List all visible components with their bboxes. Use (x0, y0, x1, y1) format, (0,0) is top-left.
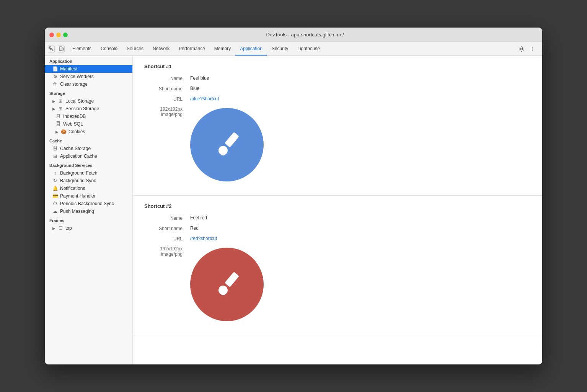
sidebar-item-web-sql[interactable]: 🗄 Web SQL (45, 120, 132, 128)
frames-section-header: Frames (45, 215, 132, 224)
tab-memory[interactable]: Memory (210, 42, 235, 56)
tab-lighthouse[interactable]: Lighthouse (293, 42, 324, 56)
payment-icon: 💳 (52, 193, 58, 199)
tab-elements[interactable]: Elements (68, 42, 96, 56)
shortcut-2-image-label: 192x192px image/png (144, 246, 190, 257)
cloud-icon: ☁ (52, 209, 58, 214)
sidebar-item-clear-storage[interactable]: 🗑 Clear storage (45, 80, 132, 88)
tab-spacer (324, 42, 515, 56)
tab-application[interactable]: Application (235, 42, 267, 56)
shortcut-1-icon-preview (190, 108, 264, 181)
db-icon: 🗄 (55, 121, 61, 127)
svg-rect-10 (225, 272, 239, 287)
arrow-icon: ▶ (52, 226, 55, 230)
sidebar-item-push-messaging[interactable]: ☁ Push Messaging (45, 207, 132, 215)
main-area: Application 📄 Manifest ⚙ Service Workers… (45, 56, 542, 364)
sidebar-item-indexeddb[interactable]: 🗄 IndexedDB (45, 113, 132, 120)
gear-icon: ⚙ (52, 74, 58, 79)
shortcut-1-shortname-label: Short name (144, 86, 190, 91)
tab-sources[interactable]: Sources (122, 42, 148, 56)
svg-rect-7 (225, 132, 239, 148)
shortcut-2-url-label: URL (144, 236, 190, 242)
arrow-icon: ▶ (52, 99, 55, 103)
shortcut-1-image-field: 192x192px image/png (144, 106, 531, 181)
svg-rect-12 (221, 289, 225, 295)
settings-icon[interactable] (518, 45, 525, 53)
window-title: DevTools - app-shortcuts.glitch.me/ (72, 32, 538, 38)
shortcut-2-image-wrapper (190, 246, 264, 321)
sidebar-item-background-fetch[interactable]: ↕ Background Fetch (45, 169, 132, 177)
tab-security[interactable]: Security (267, 42, 293, 56)
grid-icon: ⊞ (58, 98, 63, 104)
sidebar-item-manifest[interactable]: 📄 Manifest (45, 65, 132, 73)
top-tabs: Elements Console Sources Network Perform… (45, 42, 542, 56)
shortcut-1-image-wrapper (190, 106, 264, 181)
sidebar-item-periodic-bg-sync[interactable]: ⏱ Periodic Background Sync (45, 200, 132, 207)
tab-icons (48, 42, 65, 56)
sidebar-item-application-cache[interactable]: ⊞ Application Cache (45, 152, 132, 160)
more-icon[interactable] (528, 45, 536, 53)
cache-section-header: Cache (45, 136, 132, 145)
sidebar-item-background-sync[interactable]: ↻ Background Sync (45, 177, 132, 185)
arrow-icon: ▶ (55, 130, 59, 134)
minimize-button[interactable] (56, 33, 61, 37)
brush-icon (212, 269, 242, 300)
fetch-icon: ↕ (52, 170, 58, 176)
svg-rect-1 (59, 47, 62, 51)
sidebar: Application 📄 Manifest ⚙ Service Workers… (45, 56, 133, 364)
shortcut-2-name-label: Name (144, 215, 190, 221)
application-section-header: Application (45, 56, 132, 65)
db-icon: 🗄 (55, 114, 61, 119)
tab-network[interactable]: Network (148, 42, 174, 56)
sidebar-item-cookies[interactable]: ▶ 🍪 Cookies (45, 128, 132, 136)
traffic-lights (49, 33, 68, 37)
sidebar-item-session-storage[interactable]: ▶ ⊞ Session Storage (45, 105, 132, 113)
arrow-icon: ▶ (52, 107, 55, 111)
sidebar-item-payment-handler[interactable]: 💳 Payment Handler (45, 192, 132, 200)
svg-point-5 (532, 48, 533, 49)
tab-actions (515, 42, 539, 56)
svg-rect-9 (221, 149, 225, 155)
bell-icon: 🔔 (52, 186, 58, 191)
shortcut-2-shortname-value: Red (190, 225, 199, 231)
device-icon[interactable] (58, 46, 65, 52)
shortcut-1-url-field: URL /blue?shortcut (144, 96, 531, 102)
svg-rect-2 (62, 48, 64, 50)
grid-icon: ⊞ (52, 154, 58, 159)
close-button[interactable] (49, 33, 54, 37)
shortcut-1-section: Shortcut #1 Name Feel blue Short name Bl… (133, 56, 542, 196)
clock-icon: ⏱ (52, 201, 58, 206)
sidebar-item-service-workers[interactable]: ⚙ Service Workers (45, 73, 132, 80)
content-area: Shortcut #1 Name Feel blue Short name Bl… (133, 56, 542, 364)
shortcut-2-icon-preview (190, 248, 264, 321)
grid-icon: ⊞ (58, 106, 63, 111)
sidebar-item-top[interactable]: ▶ ☐ top (45, 224, 132, 232)
db-icon: 🗄 (52, 146, 58, 151)
sidebar-item-local-storage[interactable]: ▶ ⊞ Local Storage (45, 97, 132, 105)
shortcut-1-image-label: 192x192px image/png (144, 106, 190, 117)
inspector-icon[interactable] (48, 46, 55, 52)
svg-point-6 (532, 50, 533, 51)
shortcut-1-shortname-value: Blue (190, 86, 199, 91)
cookie-icon: 🍪 (61, 129, 66, 134)
tab-console[interactable]: Console (96, 42, 122, 56)
background-services-header: Background Services (45, 160, 132, 169)
shortcut-1-shortname-field: Short name Blue (144, 86, 531, 91)
trash-icon: 🗑 (52, 82, 58, 87)
sync-icon: ↻ (52, 178, 58, 183)
frame-icon: ☐ (58, 225, 63, 231)
devtools-body: Elements Console Sources Network Perform… (45, 42, 542, 364)
shortcut-2-title: Shortcut #2 (144, 203, 531, 209)
shortcut-2-url-value[interactable]: /red?shortcut (190, 236, 217, 241)
shortcut-2-section: Shortcut #2 Name Feel red Short name Red… (133, 196, 542, 335)
shortcut-1-name-value: Feel blue (190, 75, 209, 81)
shortcut-1-url-value[interactable]: /blue?shortcut (190, 96, 219, 101)
maximize-button[interactable] (63, 33, 68, 37)
sidebar-item-notifications[interactable]: 🔔 Notifications (45, 185, 132, 192)
tab-performance[interactable]: Performance (174, 42, 210, 56)
sidebar-item-cache-storage[interactable]: 🗄 Cache Storage (45, 145, 132, 152)
shortcut-2-name-field: Name Feel red (144, 215, 531, 221)
brush-icon (212, 129, 242, 160)
shortcut-2-name-value: Feel red (190, 215, 207, 220)
shortcut-1-title: Shortcut #1 (144, 64, 531, 69)
